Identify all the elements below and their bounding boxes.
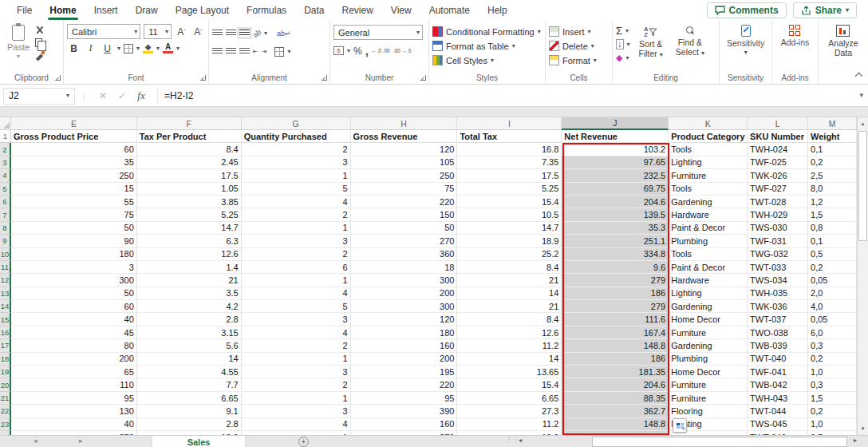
- cell-K1[interactable]: Product Category: [669, 130, 748, 143]
- merge-center-icon[interactable]: [274, 47, 284, 57]
- menu-tab-review[interactable]: Review: [333, 0, 381, 21]
- cell-F4[interactable]: 17.5: [137, 169, 242, 182]
- scroll-right-icon[interactable]: ▸: [854, 437, 857, 444]
- cell-L14[interactable]: TWK-036: [748, 300, 808, 313]
- menu-tab-home[interactable]: Home: [41, 0, 85, 21]
- new-sheet-button[interactable]: +: [298, 437, 309, 447]
- cell-J10[interactable]: 334.8: [562, 248, 669, 261]
- cell-E21[interactable]: 95: [11, 392, 137, 405]
- cell-G6[interactable]: 4: [242, 196, 351, 208]
- cell-H10[interactable]: 360: [351, 248, 458, 261]
- cell-K15[interactable]: Home Decor: [669, 313, 748, 326]
- cell-E5[interactable]: 15: [11, 183, 137, 196]
- cell-G20[interactable]: 2: [242, 378, 351, 391]
- cell-H19[interactable]: 195: [351, 366, 458, 378]
- chevron-down-icon[interactable]: ▾: [156, 45, 160, 52]
- cell-G21[interactable]: 1: [242, 392, 351, 405]
- percent-style-button[interactable]: %: [353, 45, 362, 57]
- cell-H17[interactable]: 160: [351, 339, 458, 352]
- cell-I9[interactable]: 18.9: [457, 235, 562, 247]
- cell-J23[interactable]: 148.8: [562, 418, 669, 431]
- cell-K7[interactable]: Hardware: [669, 208, 748, 221]
- cell-E15[interactable]: 40: [11, 313, 137, 326]
- row-header-3[interactable]: 3: [0, 156, 11, 169]
- increase-decimal-button[interactable]: ←.0 .00: [372, 48, 390, 53]
- cell-M6[interactable]: 1,2: [808, 196, 857, 208]
- cell-M14[interactable]: 4,0: [808, 300, 857, 313]
- decrease-decimal-button[interactable]: .00 →.0: [393, 48, 412, 53]
- column-header-K[interactable]: K: [669, 117, 748, 130]
- cell-I23[interactable]: 11.2: [457, 418, 562, 431]
- cell-M4[interactable]: 2,5: [808, 169, 857, 182]
- cell-H11[interactable]: 18: [351, 261, 458, 274]
- chevron-down-icon[interactable]: ▾: [744, 49, 748, 56]
- font-size-select[interactable]: 11▾: [144, 24, 172, 39]
- insert-function-icon[interactable]: fx: [132, 89, 151, 102]
- cell-I15[interactable]: 8.4: [457, 313, 562, 326]
- cell-L22[interactable]: TWT-044: [748, 405, 808, 417]
- cell-I13[interactable]: 14: [457, 287, 562, 300]
- cell-H20[interactable]: 220: [351, 378, 458, 391]
- sheet-tab-sales[interactable]: Sales: [152, 436, 246, 447]
- cell-H16[interactable]: 180: [351, 326, 458, 339]
- cell-G14[interactable]: 5: [242, 300, 351, 313]
- cell-H3[interactable]: 105: [351, 156, 458, 169]
- row-header-13[interactable]: 13: [0, 287, 11, 300]
- cell-L9[interactable]: TWF-031: [748, 235, 808, 247]
- cut-icon[interactable]: [35, 26, 45, 34]
- cell-F5[interactable]: 1.05: [137, 183, 242, 196]
- cell-F2[interactable]: 8.4: [137, 143, 242, 156]
- row-header-2[interactable]: 2: [0, 143, 11, 156]
- comments-button[interactable]: Comments: [707, 2, 787, 18]
- scroll-left-icon[interactable]: ◂: [519, 437, 522, 444]
- cell-L12[interactable]: TWS-034: [748, 274, 808, 287]
- vertical-scrollbar[interactable]: ▴ ▾: [857, 117, 868, 435]
- cell-L17[interactable]: TWB-039: [748, 339, 808, 352]
- chevron-down-icon[interactable]: ▾: [17, 53, 20, 60]
- cell-M22[interactable]: 0,2: [808, 405, 857, 417]
- menu-tab-file[interactable]: File: [8, 0, 41, 21]
- cell-E9[interactable]: 90: [11, 235, 137, 247]
- cell-M8[interactable]: 0,8: [808, 222, 857, 235]
- row-header-10[interactable]: 10: [0, 248, 11, 261]
- cell-J2[interactable]: 103.2: [562, 143, 669, 156]
- cell-H18[interactable]: 200: [351, 353, 458, 366]
- chevron-down-icon[interactable]: ▾: [287, 49, 290, 55]
- cell-K18[interactable]: Plumbing: [669, 353, 748, 366]
- cell-G5[interactable]: 5: [242, 183, 351, 196]
- copy-icon[interactable]: [35, 38, 42, 47]
- cell-E12[interactable]: 300: [11, 274, 137, 287]
- cell-E16[interactable]: 45: [11, 326, 137, 339]
- sensitivity-button[interactable]: Sensitivity ▾: [723, 23, 768, 57]
- menu-tab-automate[interactable]: Automate: [420, 0, 479, 21]
- cell-H8[interactable]: 50: [351, 222, 458, 235]
- cell-E8[interactable]: 50: [11, 222, 137, 235]
- cell-G23[interactable]: 4: [242, 418, 351, 431]
- cell-K8[interactable]: Paint & Decor: [669, 222, 748, 235]
- cell-E14[interactable]: 60: [11, 300, 137, 313]
- cell-G12[interactable]: 1: [242, 274, 351, 287]
- cell-F10[interactable]: 12.6: [137, 248, 242, 261]
- row-header-4[interactable]: 4: [0, 169, 11, 182]
- dialog-launcher-icon[interactable]: [55, 75, 61, 81]
- cell-G10[interactable]: 2: [242, 248, 351, 261]
- cell-F17[interactable]: 5.6: [137, 339, 242, 352]
- orientation-icon[interactable]: ab: [251, 27, 262, 38]
- column-header-J[interactable]: J: [562, 117, 669, 130]
- cell-E10[interactable]: 180: [11, 248, 137, 261]
- align-top-icon[interactable]: [212, 30, 223, 37]
- cell-E22[interactable]: 130: [11, 405, 137, 417]
- menu-tab-formulas[interactable]: Formulas: [238, 0, 295, 21]
- accounting-format-icon[interactable]: $: [333, 46, 344, 55]
- cell-M15[interactable]: 0,05: [808, 313, 857, 326]
- clear-button[interactable]: ◆▾: [616, 52, 630, 64]
- fill-button[interactable]: ↓▾: [616, 38, 630, 50]
- addins-button[interactable]: Add-ins: [777, 23, 814, 49]
- cell-L4[interactable]: TWK-026: [748, 169, 808, 182]
- cell-K11[interactable]: Paint & Decor: [669, 261, 748, 274]
- cell-L13[interactable]: TWH-035: [748, 287, 808, 300]
- cell-E18[interactable]: 200: [11, 353, 137, 366]
- cell-G2[interactable]: 2: [242, 143, 351, 156]
- row-header-11[interactable]: 11: [0, 261, 11, 274]
- cell-K21[interactable]: Furniture: [669, 392, 748, 405]
